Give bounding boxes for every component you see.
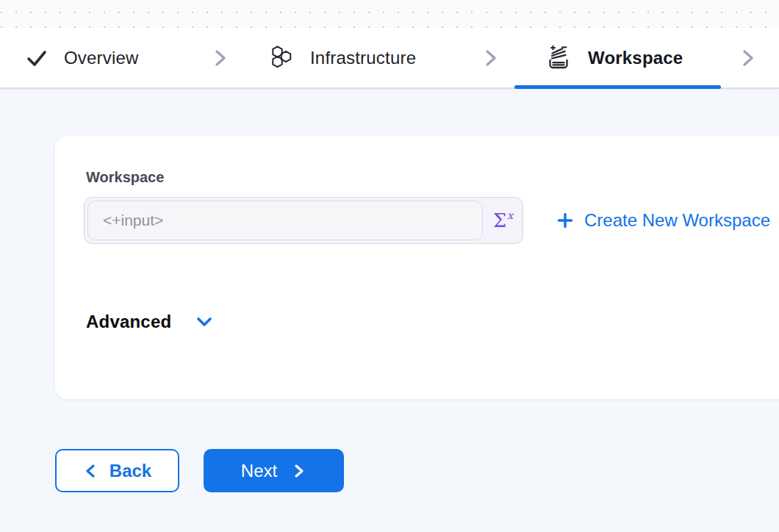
dotted-header-strip (0, 0, 779, 28)
back-button-label: Back (110, 461, 151, 481)
check-icon (24, 46, 49, 71)
create-new-workspace-label: Create New Workspace (584, 210, 770, 231)
step-overview-label: Overview (64, 48, 139, 68)
step-infrastructure-label: Infrastructure (310, 48, 416, 68)
formula-sigma-button[interactable]: Σx (483, 198, 523, 243)
chevron-right-separator-icon (737, 48, 758, 68)
active-step-underline (514, 85, 721, 89)
step-infrastructure[interactable]: Infrastructure (268, 44, 416, 72)
workspace-input[interactable] (87, 201, 483, 240)
chevron-left-icon (83, 463, 99, 479)
wizard-stepper: Overview Infrastructure (0, 28, 779, 89)
create-new-workspace-link[interactable]: Create New Workspace (556, 197, 770, 244)
workspace-field-label: Workspace (86, 169, 164, 186)
next-button[interactable]: Next (204, 449, 344, 492)
plus-icon (556, 212, 574, 229)
next-button-label: Next (241, 461, 277, 481)
chevron-right-separator-icon (480, 48, 500, 68)
sigma-superscript: x (507, 209, 513, 221)
sigma-icon: Σ (493, 211, 506, 230)
step-workspace[interactable]: Workspace (544, 43, 683, 73)
advanced-toggle[interactable]: Advanced (86, 311, 215, 333)
hexagons-icon (268, 44, 295, 72)
workspace-input-group: Σx (84, 197, 523, 244)
advanced-label: Advanced (86, 312, 171, 332)
chevron-right-icon (290, 463, 306, 479)
chevron-down-icon (193, 311, 215, 333)
step-overview[interactable]: Overview (24, 46, 139, 71)
chevron-right-separator-icon (209, 48, 230, 68)
workspace-form-card: Workspace Σx Create New Workspace Advanc… (55, 136, 779, 399)
back-button[interactable]: Back (55, 449, 179, 492)
step-workspace-label: Workspace (588, 48, 683, 68)
stack-icon (544, 43, 573, 73)
